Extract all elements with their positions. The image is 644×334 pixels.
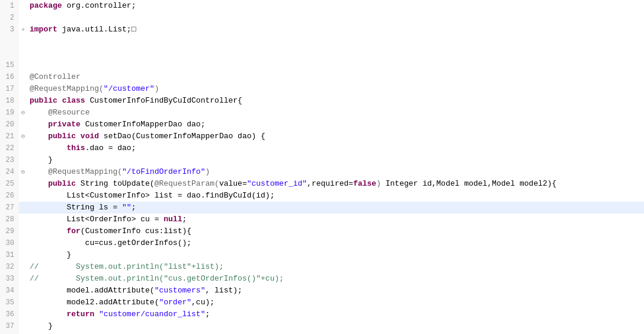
- line-icon-28: [19, 214, 27, 225]
- line-content-19: @Resource: [27, 107, 89, 119]
- line-num-33: 33: [0, 273, 19, 285]
- line-content-17: @RequestMapping("/customer"): [27, 83, 159, 95]
- line-content-31: }: [27, 249, 71, 261]
- line-icon-20: [19, 119, 27, 131]
- line-content-1: package org.controller;: [27, 0, 136, 12]
- line-content-20: private CustomerInfoMapperDao dao;: [27, 119, 205, 131]
- line-19: 19 ⊖ @Resource: [0, 107, 644, 119]
- line-content-blank-b: [27, 47, 30, 59]
- line-num-31: 31: [0, 249, 19, 261]
- line-icon-33: [19, 273, 27, 285]
- line-icon-3: +: [19, 24, 27, 36]
- line-num-blank-b: [0, 47, 19, 59]
- line-num-37: 37: [0, 320, 19, 332]
- line-num-3: 3: [0, 24, 19, 36]
- line-icon-26: [19, 190, 27, 202]
- line-icon-19: ⊖: [19, 107, 27, 119]
- line-num-32: 32: [0, 261, 19, 273]
- line-num-21: 21: [0, 131, 19, 142]
- line-icon-16: [19, 71, 27, 83]
- line-num-blank-a: [0, 36, 19, 47]
- line-37: 37 }: [0, 320, 644, 332]
- line-content-36: return "customer/cuandor_list";: [27, 308, 210, 320]
- line-content-37: }: [27, 320, 53, 332]
- line-num-2: 2: [0, 12, 19, 24]
- line-21: 21 ⊖ public void setDao(CustomerInfoMapp…: [0, 131, 644, 142]
- line-15: 15: [0, 59, 644, 71]
- line-3: 3 + import java.util.List;□: [0, 24, 644, 36]
- line-icon-34: [19, 285, 27, 297]
- line-26: 26 List<CustomerInfo> list = dao.findByC…: [0, 190, 644, 202]
- line-num-18: 18: [0, 95, 19, 107]
- line-20: 20 private CustomerInfoMapperDao dao;: [0, 119, 644, 131]
- line-num-34: 34: [0, 285, 19, 297]
- line-content-35: model2.addAttribute("order",cu);: [27, 297, 214, 308]
- line-content-32: // System.out.println("list"+list);: [27, 261, 224, 273]
- line-num-30: 30: [0, 237, 19, 249]
- line-content-33: // System.out.println("cus.getOrderInfos…: [27, 273, 284, 285]
- line-num-24: 24: [0, 166, 19, 178]
- line-num-27: 27: [0, 202, 19, 214]
- line-content-29: for(CustomerInfo cus:list){: [27, 225, 191, 237]
- line-content-24: @RequestMapping("/toFindOrderInfo"): [27, 166, 210, 178]
- line-num-36: 36: [0, 308, 19, 320]
- line-icon-24: ⊖: [19, 166, 27, 178]
- line-23: 23 }: [0, 154, 644, 166]
- line-icon-25: [19, 178, 27, 190]
- line-content-3: import java.util.List;□: [27, 24, 136, 36]
- line-num-22: 22: [0, 142, 19, 154]
- line-icon-15: [19, 59, 27, 71]
- line-num-35: 35: [0, 297, 19, 308]
- line-icon-17: [19, 83, 27, 95]
- line-num-29: 29: [0, 225, 19, 237]
- line-icon-22: [19, 142, 27, 154]
- line-content-30: cu=cus.getOrderInfos();: [27, 237, 191, 249]
- line-36: 36 return "customer/cuandor_list";: [0, 308, 644, 320]
- line-34: 34 model.addAttribute("customers", list)…: [0, 285, 644, 297]
- line-blank-a: [0, 36, 644, 47]
- line-content-34: model.addAttribute("customers", list);: [27, 285, 242, 297]
- line-icon-29: [19, 225, 27, 237]
- line-16: 16 @Controller: [0, 71, 644, 83]
- code-editor[interactable]: 1 package org.controller; 2 3 + import j…: [0, 0, 644, 334]
- line-num-20: 20: [0, 119, 19, 131]
- line-content-26: List<CustomerInfo> list = dao.findByCuId…: [27, 190, 274, 202]
- line-content-27: String ls = "";: [27, 202, 136, 214]
- line-29: 29 for(CustomerInfo cus:list){: [0, 225, 644, 237]
- line-icon-1: [19, 0, 27, 12]
- line-content-21: public void setDao(CustomerInfoMapperDao…: [27, 131, 265, 142]
- line-1: 1 package org.controller;: [0, 0, 644, 12]
- line-icon-21: ⊖: [19, 131, 27, 142]
- line-num-1: 1: [0, 0, 19, 12]
- line-17: 17 @RequestMapping("/customer"): [0, 83, 644, 95]
- line-28: 28 List<OrderInfo> cu = null;: [0, 214, 644, 225]
- line-content-blank-a: [27, 36, 30, 47]
- line-22: 22 this.dao = dao;: [0, 142, 644, 154]
- line-icon-27: [19, 202, 27, 214]
- line-num-19: 19: [0, 107, 19, 119]
- line-icon-30: [19, 237, 27, 249]
- line-content-15: [27, 59, 30, 71]
- line-content-25: public String toUpdate(@RequestParam(val…: [27, 178, 556, 190]
- line-32: 32 // System.out.println("list"+list);: [0, 261, 644, 273]
- line-icon-32: [19, 261, 27, 273]
- line-content-22: this.dao = dao;: [27, 142, 136, 154]
- line-icon-35: [19, 297, 27, 308]
- line-icon-2: [19, 12, 27, 24]
- line-icon-blank-b: [19, 47, 27, 59]
- line-33: 33 // System.out.println("cus.getOrderIn…: [0, 273, 644, 285]
- line-31: 31 }: [0, 249, 644, 261]
- line-icon-37: [19, 320, 27, 332]
- line-icon-23: [19, 154, 27, 166]
- line-30: 30 cu=cus.getOrderInfos();: [0, 237, 644, 249]
- line-icon-36: [19, 308, 27, 320]
- line-35: 35 model2.addAttribute("order",cu);: [0, 297, 644, 308]
- line-icon-31: [19, 249, 27, 261]
- line-content-28: List<OrderInfo> cu = null;: [27, 214, 187, 225]
- line-icon-blank-a: [19, 36, 27, 47]
- line-num-28: 28: [0, 214, 19, 225]
- line-24: 24 ⊖ @RequestMapping("/toFindOrderInfo"): [0, 166, 644, 178]
- line-27: 27 String ls = "";: [0, 202, 644, 214]
- line-18: 18 public class CustomerInfoFindByCuIdCo…: [0, 95, 644, 107]
- line-content-18: public class CustomerInfoFindByCuIdContr…: [27, 95, 242, 107]
